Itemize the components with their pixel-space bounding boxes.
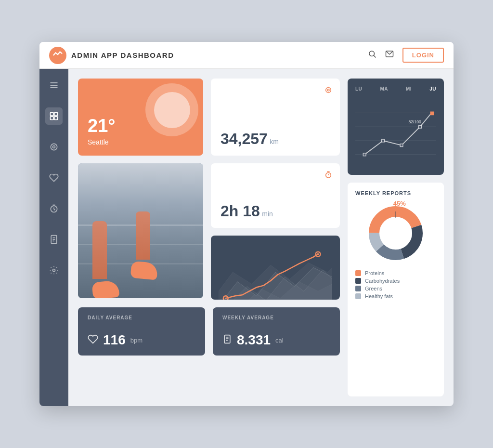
weekly-average-value-row: 8.331 cal — [222, 332, 330, 348]
route-map-svg — [219, 243, 332, 300]
timer-icon — [324, 171, 332, 181]
svg-text:82/100: 82/100 — [408, 119, 421, 124]
weekly-average-value: 8.331 — [237, 332, 271, 348]
chart-days: LU MA MI JU — [355, 86, 436, 92]
heart-icon — [88, 334, 98, 347]
mid-row: 2h 18 min — [78, 163, 340, 300]
sidebar-item-settings[interactable] — [45, 262, 63, 279]
bottom-row: DAILY AVERAGE 116 bpm — [78, 307, 340, 356]
header-logo: ADMIN APP DASHBOARD — [49, 47, 174, 64]
legend-label-greens: Greens — [365, 286, 382, 291]
donut-percentage: 45% — [393, 200, 406, 207]
svg-point-11 — [51, 144, 57, 150]
svg-rect-39 — [400, 144, 403, 147]
top-row: 21° Seattle 34,257 km — [78, 79, 340, 156]
map-card: ROUTE 28 - WEEK 1 A · Fourth Av. B · W.P… — [211, 236, 340, 300]
leg-left — [92, 221, 107, 279]
login-button[interactable]: LOGIN — [402, 48, 444, 63]
distance-card: 34,257 km — [211, 79, 340, 156]
sidebar-menu-icon[interactable] — [45, 77, 63, 94]
sidebar-item-dashboard[interactable] — [45, 107, 63, 125]
header: ADMIN APP DASHBOARD LOGIN — [39, 42, 454, 69]
daily-average-value: 116 — [103, 332, 126, 348]
daily-average-unit: bpm — [130, 337, 143, 344]
svg-line-1 — [374, 55, 376, 57]
donut-chart-container: 45% — [355, 202, 436, 264]
legend-dot-greens — [355, 286, 361, 291]
time-value: 2h 18 — [221, 202, 260, 220]
weather-circle-inner — [154, 92, 190, 128]
content-main: 21° Seattle 34,257 km — [78, 79, 340, 396]
header-right: LOGIN — [368, 48, 444, 63]
weekly-reports-card: WEEKLY REPORTS 45% — [348, 183, 444, 396]
calorie-icon — [222, 334, 232, 347]
distance-value-container: 34,257 km — [221, 130, 330, 148]
svg-point-17 — [53, 269, 55, 272]
weekly-average-label: WEEKLY AVERAGE — [222, 315, 330, 320]
line-chart-card: LU MA MI JU — [348, 79, 444, 175]
distance-value: 34,257 — [221, 130, 268, 147]
content: 21° Seattle 34,257 km — [68, 69, 454, 406]
daily-average-value-row: 116 bpm — [88, 332, 195, 348]
svg-rect-41 — [430, 112, 434, 116]
sidebar-item-reports[interactable] — [45, 231, 63, 248]
logo-icon — [49, 47, 66, 64]
weather-city: Seattle — [88, 138, 194, 146]
chart-day-lu: LU — [355, 86, 362, 92]
app-container: ADMIN APP DASHBOARD LOGIN — [39, 42, 454, 406]
sidebar — [39, 69, 68, 406]
svg-point-19 — [326, 88, 331, 93]
svg-rect-6 — [51, 113, 54, 116]
svg-rect-37 — [363, 153, 366, 156]
sidebar-item-tracking[interactable] — [45, 138, 63, 156]
svg-point-28 — [317, 253, 319, 255]
donut-chart-svg — [364, 202, 427, 264]
leg-right — [136, 211, 150, 260]
weekly-average-card: WEEKLY AVERAGE 8.331 — [213, 307, 340, 356]
weather-card: 21° Seattle — [78, 79, 203, 156]
distance-unit: km — [270, 138, 279, 145]
mid-right: 2h 18 min — [211, 163, 340, 300]
svg-point-10 — [53, 146, 55, 148]
running-image — [78, 163, 203, 298]
weather-circle-bg — [145, 83, 198, 136]
svg-point-47 — [380, 218, 411, 249]
legend-item-fats: Healthy fats — [355, 293, 436, 299]
time-unit: min — [262, 210, 273, 218]
daily-average-label: DAILY AVERAGE — [88, 315, 195, 320]
time-card: 2h 18 min — [211, 163, 340, 228]
legend-item-greens: Greens — [355, 286, 436, 291]
mail-icon[interactable] — [385, 50, 394, 61]
svg-point-21 — [326, 172, 331, 178]
line-chart-svg: 82/100 — [355, 95, 436, 163]
chart-day-ma: MA — [380, 86, 388, 92]
time-value-container: 2h 18 min — [221, 202, 330, 220]
legend-label-carbs: Carbohydrates — [365, 278, 400, 284]
svg-rect-40 — [419, 125, 422, 128]
legend-label-fats: Healthy fats — [365, 293, 393, 299]
svg-rect-9 — [54, 117, 58, 120]
weekly-reports-title: WEEKLY REPORTS — [355, 190, 436, 196]
svg-point-18 — [327, 89, 329, 91]
svg-point-0 — [369, 51, 375, 56]
svg-rect-7 — [54, 113, 58, 116]
legend-dot-proteins — [355, 270, 361, 276]
right-panel: LU MA MI JU — [348, 79, 444, 396]
svg-rect-38 — [382, 139, 385, 142]
daily-average-card: DAILY AVERAGE 116 bpm — [78, 307, 205, 356]
sidebar-item-health[interactable] — [45, 169, 63, 186]
weekly-average-unit: cal — [275, 337, 284, 344]
sidebar-item-timer[interactable] — [45, 200, 63, 217]
legend-dot-carbs — [355, 278, 361, 284]
header-title: ADMIN APP DASHBOARD — [71, 51, 174, 59]
main-layout: 21° Seattle 34,257 km — [39, 69, 454, 406]
legend-item-proteins: Proteins — [355, 270, 436, 276]
legend-label-proteins: Proteins — [365, 270, 384, 276]
search-icon[interactable] — [368, 50, 376, 61]
running-image-bg — [78, 163, 203, 298]
legend: Proteins Carbohydrates Greens Healt — [355, 270, 436, 299]
legend-dot-fats — [355, 293, 361, 299]
distance-icon — [324, 86, 332, 96]
chart-day-mi: MI — [406, 86, 412, 92]
legend-item-carbs: Carbohydrates — [355, 278, 436, 284]
